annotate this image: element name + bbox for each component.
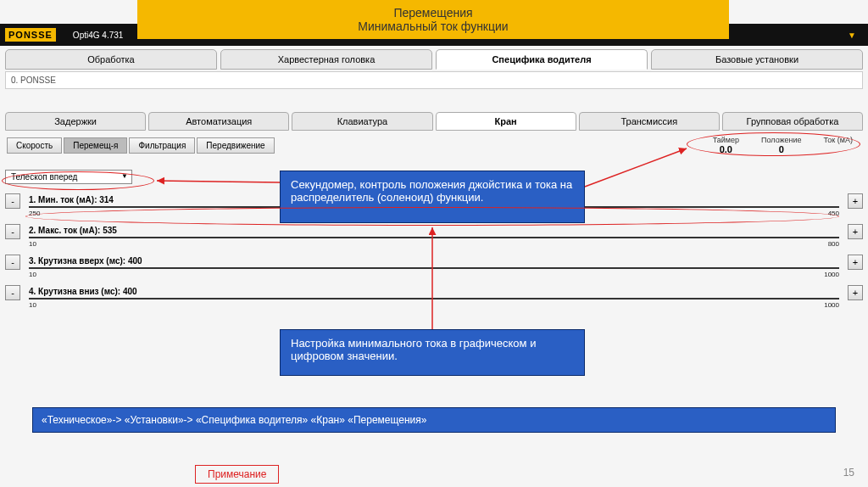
btn-speed[interactable]: Скорость xyxy=(7,137,62,154)
btn-motion[interactable]: Передвижение xyxy=(197,137,274,154)
tick-max: 800 xyxy=(828,240,839,248)
subtab-transmission[interactable]: Трансмиссия xyxy=(579,112,720,131)
title-line1: Перемещения xyxy=(393,6,472,20)
tick-min: 10 xyxy=(29,240,36,248)
position-value: 0 xyxy=(761,144,802,154)
breadcrumb: 0. PONSSE xyxy=(5,71,863,89)
subtab-automation[interactable]: Автоматизация xyxy=(148,112,289,131)
slider-track[interactable]: 10 1000 xyxy=(29,298,839,299)
slider-track[interactable]: 10 1000 xyxy=(29,267,839,269)
plus-button[interactable]: + xyxy=(848,255,863,270)
meter-block: Таймер 0.0 Положение 0 Ток (мА) xyxy=(713,136,861,154)
tick-min: 250 xyxy=(29,210,40,217)
minus-button[interactable]: - xyxy=(5,285,20,300)
svg-line-1 xyxy=(157,181,280,182)
plus-button[interactable]: + xyxy=(848,193,863,209)
callout-min-current: Настройка минимального тока в графическо… xyxy=(280,329,585,376)
page-number: 15 xyxy=(843,467,854,479)
main-tabs: Обработка Харвестерная головка Специфика… xyxy=(5,49,863,70)
timer-label: Таймер xyxy=(713,136,739,144)
minus-button[interactable]: - xyxy=(5,224,20,239)
tick-max: 450 xyxy=(828,210,839,217)
position-label: Положение xyxy=(761,136,802,144)
param-label: 3. Крутизна вверх (мс): 400 xyxy=(29,256,839,266)
title-line2: Минимальный ток функции xyxy=(358,20,508,33)
param-ramp-up: - 3. Крутизна вверх (мс): 400 10 1000 + xyxy=(5,255,863,270)
tick-max: 1000 xyxy=(824,271,839,278)
subtab-delays[interactable]: Задержки xyxy=(5,112,146,131)
title-banner: Перемещения Минимальный ток функции xyxy=(137,0,729,39)
chevron-down-icon[interactable]: ▼ xyxy=(848,31,856,40)
logo: PONSSE xyxy=(5,28,56,42)
btn-filtration[interactable]: Фильтрация xyxy=(129,137,195,154)
param-label: 4. Крутизна вниз (мс): 400 xyxy=(29,287,839,296)
param-label: 2. Макс. ток (мА): 535 xyxy=(29,226,839,235)
tick-min: 10 xyxy=(29,271,36,278)
tick-max: 1000 xyxy=(824,301,839,309)
subtab-keyboard[interactable]: Клавиатура xyxy=(292,112,432,131)
tab-harvester-head[interactable]: Харвестерная головка xyxy=(220,49,432,70)
subtab-crane[interactable]: Кран xyxy=(436,112,576,131)
plus-button[interactable]: + xyxy=(848,224,863,239)
version-label: Opti4G 4.731 xyxy=(73,31,123,40)
minus-button[interactable]: - xyxy=(5,255,20,270)
current-label: Ток (мА) xyxy=(824,136,853,144)
callout-meters: Секундомер, контроль положения джойстика… xyxy=(280,171,585,223)
subtab-group-proc[interactable]: Групповая обработка xyxy=(722,112,863,131)
note-box: Примечание xyxy=(195,465,279,484)
navigation-path: «Техническое»-> «Установки»-> «Специфика… xyxy=(32,407,836,433)
param-max-current: - 2. Макс. ток (мА): 535 10 800 + xyxy=(5,224,863,239)
sub-tabs: Задержки Автоматизация Клавиатура Кран Т… xyxy=(5,112,863,131)
plus-button[interactable]: + xyxy=(848,285,863,300)
tick-min: 10 xyxy=(29,301,36,309)
slider-track[interactable]: 10 800 xyxy=(29,237,839,238)
dropdown-area: Телескоп вперед xyxy=(5,170,132,184)
tab-base-settings[interactable]: Базовые установки xyxy=(651,49,863,70)
tab-processing[interactable]: Обработка xyxy=(5,49,217,70)
btn-movements[interactable]: Перемещ-я xyxy=(64,137,127,154)
tab-driver-specific[interactable]: Специфика водителя xyxy=(436,49,648,70)
minus-button[interactable]: - xyxy=(5,193,20,209)
param-ramp-down: - 4. Крутизна вниз (мс): 400 10 1000 + xyxy=(5,285,863,300)
function-select[interactable]: Телескоп вперед xyxy=(5,170,132,184)
subsub-row: Скорость Перемещ-я Фильтрация Передвижен… xyxy=(7,136,861,154)
timer-value: 0.0 xyxy=(713,144,739,154)
